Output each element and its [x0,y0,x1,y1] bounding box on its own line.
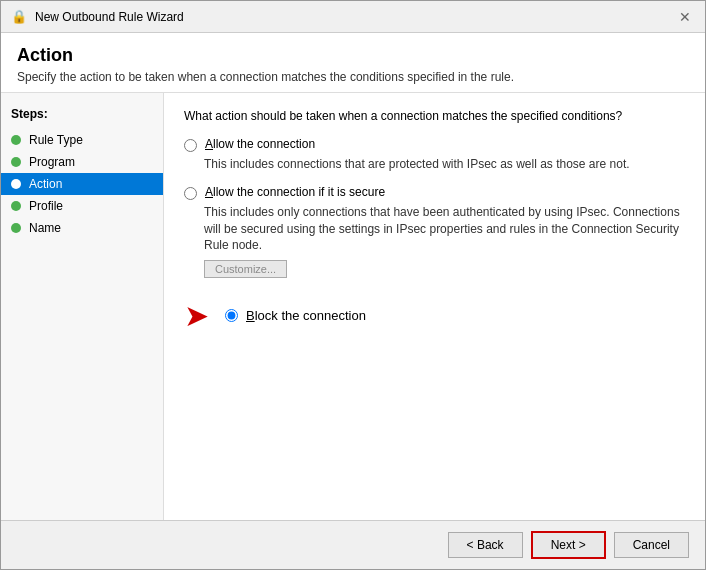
option-desc-allow-secure: This includes only connections that have… [204,204,685,254]
sidebar-item-profile[interactable]: Profile [1,195,163,217]
block-section: ➤ Block the connection [184,298,685,333]
customize-button[interactable]: Customize... [204,260,287,278]
option-group-allow: Allow the connection This includes conne… [184,137,685,173]
option-label-allow: Allow the connection [205,137,315,151]
arrow-icon: ➤ [184,298,209,333]
sidebar-item-action[interactable]: Action [1,173,163,195]
step-dot-name [11,223,21,233]
option-desc-allow: This includes connections that are prote… [204,156,685,173]
page-subtitle: Specify the action to be taken when a co… [17,70,689,84]
radio-allow-secure[interactable] [184,187,197,200]
wizard-window: 🔒 New Outbound Rule Wizard ✕ Action Spec… [0,0,706,570]
main-panel: What action should be taken when a conne… [164,93,705,520]
window-icon: 🔒 [11,9,27,25]
radio-allow[interactable] [184,139,197,152]
sidebar-item-label-action: Action [29,177,62,191]
option-row-allow: Allow the connection [184,137,685,152]
next-button[interactable]: Next > [531,531,606,559]
cancel-button[interactable]: Cancel [614,532,689,558]
sidebar-item-label-program: Program [29,155,75,169]
title-bar: 🔒 New Outbound Rule Wizard ✕ [1,1,705,33]
sidebar-item-program[interactable]: Program [1,151,163,173]
steps-label: Steps: [1,103,163,129]
option-label-allow-secure: Allow the connection if it is secure [205,185,385,199]
sidebar: Steps: Rule Type Program Action Profile … [1,93,164,520]
sidebar-item-name[interactable]: Name [1,217,163,239]
sidebar-item-label-rule-type: Rule Type [29,133,83,147]
step-dot-program [11,157,21,167]
step-dot-rule-type [11,135,21,145]
sidebar-item-label-profile: Profile [29,199,63,213]
title-bar-left: 🔒 New Outbound Rule Wizard [11,9,184,25]
footer: < Back Next > Cancel [1,520,705,569]
sidebar-item-rule-type[interactable]: Rule Type [1,129,163,151]
radio-block[interactable] [225,309,238,322]
step-dot-profile [11,201,21,211]
option-row-allow-secure: Allow the connection if it is secure [184,185,685,200]
close-button[interactable]: ✕ [675,9,695,25]
option-row-block: Block the connection [225,308,366,323]
step-dot-action [11,179,21,189]
window-title: New Outbound Rule Wizard [35,10,184,24]
option-label-block: Block the connection [246,308,366,323]
content-area: Steps: Rule Type Program Action Profile … [1,93,705,520]
option-group-allow-secure: Allow the connection if it is secure Thi… [184,185,685,278]
page-title: Action [17,45,689,66]
sidebar-item-label-name: Name [29,221,61,235]
back-button[interactable]: < Back [448,532,523,558]
question-text: What action should be taken when a conne… [184,109,685,123]
header-section: Action Specify the action to be taken wh… [1,33,705,93]
